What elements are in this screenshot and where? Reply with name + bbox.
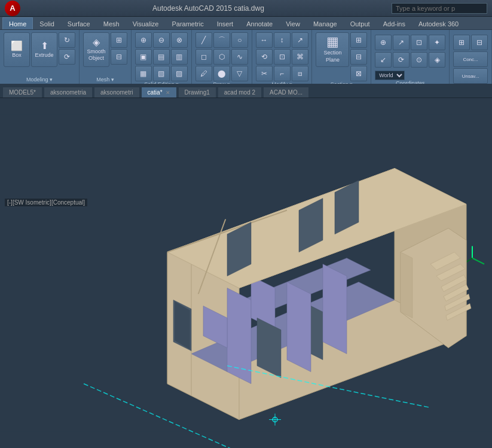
- modify-btn-3[interactable]: ↗: [292, 32, 308, 48]
- draw-btn-7[interactable]: 🖊: [195, 66, 212, 81]
- coord-icon-3: ⊡: [416, 39, 422, 46]
- view-btn-1[interactable]: ⊞: [453, 35, 470, 50]
- section-btn-1[interactable]: ⊞: [350, 32, 367, 48]
- draw-btn-6[interactable]: ∿: [231, 49, 248, 65]
- ribbon-tab-bar: Home Solid Surface Mesh Visualize Parame…: [0, 17, 492, 30]
- modify-icon-1: ↔: [261, 36, 268, 44]
- solid-editing-buttons: ⊕ ⊖ ⊗ ▣ ▤ ▥ ▦ ▧ ▨: [135, 32, 188, 81]
- draw-btn-3[interactable]: ○: [231, 32, 248, 48]
- revolve-icon: ⟳: [64, 53, 70, 60]
- draw-btn-1[interactable]: ╱: [195, 32, 212, 48]
- coord-btn-4[interactable]: ✦: [429, 35, 445, 50]
- world-dropdown[interactable]: World: [375, 71, 405, 80]
- solid-edit-icon-8: ▧: [158, 70, 164, 77]
- solid-edit-btn-4[interactable]: ▣: [135, 49, 152, 65]
- solid-edit-btn-9[interactable]: ▨: [171, 66, 188, 81]
- coord-icon-7: ⊙: [416, 56, 422, 63]
- section-plane-button[interactable]: ▦ SectionPlane: [316, 32, 349, 67]
- tab-surface[interactable]: Surface: [61, 17, 97, 29]
- doc-tab-aksonometri[interactable]: aksonometri: [94, 87, 139, 97]
- draw-btn-9[interactable]: ▽: [231, 66, 248, 81]
- draw-icon-2: ⌒: [218, 36, 225, 44]
- tab-parametric[interactable]: Parametric: [165, 17, 210, 29]
- ribbon-toolbar: ⬜ Box ⬆ Extrude ↻ ⟳ Modeling ▾ ◈ SmoothO…: [0, 30, 492, 85]
- view-btn-2[interactable]: ⊟: [471, 35, 488, 50]
- draw-btn-2[interactable]: ⌒: [213, 32, 230, 48]
- coord-btn-2[interactable]: ↗: [393, 35, 410, 50]
- doc-tab-aksonometria[interactable]: aksonometria: [44, 87, 93, 97]
- view-btn-3[interactable]: Conc...: [453, 51, 488, 67]
- modify-btn-7[interactable]: ✂: [256, 66, 273, 81]
- coord-icon-2: ↗: [398, 39, 404, 46]
- solid-edit-btn-2[interactable]: ⊖: [153, 32, 170, 48]
- modify-btn-6[interactable]: ⌘: [292, 49, 308, 65]
- section-btn-3[interactable]: ⊠: [350, 66, 367, 81]
- tab-addins[interactable]: Add-ins: [377, 17, 412, 29]
- viewport-svg: Z X Y: [0, 98, 492, 448]
- solid-edit-btn-1[interactable]: ⊕: [135, 32, 152, 48]
- draw-btn-8[interactable]: ⬤: [213, 66, 230, 81]
- modify-btn-4[interactable]: ⟲: [256, 49, 273, 65]
- revolve-button[interactable]: ⟳: [59, 49, 75, 65]
- doc-tab-model5[interactable]: MODEL5*: [2, 87, 42, 97]
- svg-marker-37: [287, 282, 311, 372]
- tab-solid[interactable]: Solid: [33, 17, 60, 29]
- solid-edit-btn-5[interactable]: ▤: [153, 49, 170, 65]
- draw-btn-5[interactable]: ⬡: [213, 49, 230, 65]
- modify-icon-2: ↕: [280, 36, 284, 44]
- doc-tab-acad-mod-2[interactable]: acad mod 2: [218, 87, 262, 97]
- solid-edit-btn-8[interactable]: ▧: [153, 66, 170, 81]
- solid-edit-btn-3[interactable]: ⊗: [171, 32, 188, 48]
- box-label: Box: [12, 52, 22, 59]
- tab-annotate[interactable]: Annotate: [240, 17, 279, 29]
- coord-btn-6[interactable]: ⟳: [393, 52, 410, 68]
- tab-home[interactable]: Home: [2, 17, 33, 29]
- tab-output[interactable]: Output: [344, 17, 377, 29]
- draw-icon-7: 🖊: [200, 70, 207, 77]
- sweep-icon: ↻: [64, 36, 70, 44]
- modify-btn-8[interactable]: ⌐: [274, 66, 291, 81]
- mesh-btn-2[interactable]: ⊟: [111, 49, 127, 65]
- draw-icon-6: ∿: [237, 53, 243, 60]
- coord-btn-5[interactable]: ↙: [375, 52, 392, 68]
- smooth-object-icon: ◈: [93, 38, 100, 47]
- doc-tab-catia[interactable]: catia* ✕: [141, 87, 177, 97]
- doc-tab-drawing1[interactable]: Drawing1: [178, 87, 216, 97]
- sweep-button[interactable]: ↻: [59, 32, 75, 48]
- modify-icon-9: ⧈: [298, 70, 302, 77]
- mesh-btn-1[interactable]: ⊞: [111, 32, 127, 48]
- modify-btn-9[interactable]: ⧈: [292, 66, 308, 81]
- ribbon-group-mesh: ◈ SmoothObject ⊞ ⊟ Mesh ▾: [80, 30, 132, 84]
- tab-autodesk360[interactable]: Autodesk 360: [412, 17, 465, 29]
- modify-btn-5[interactable]: ⊡: [274, 49, 291, 65]
- tab-insert[interactable]: Insert: [210, 17, 240, 29]
- smooth-object-button[interactable]: ◈ SmoothObject: [83, 32, 109, 67]
- ribbon-group-modeling: ⬜ Box ⬆ Extrude ↻ ⟳ Modeling ▾: [0, 30, 80, 84]
- modify-btn-2[interactable]: ↕: [274, 32, 291, 48]
- tab-visualize[interactable]: Visualize: [126, 17, 166, 29]
- coord-btn-3[interactable]: ⊡: [411, 35, 427, 50]
- coord-btn-8[interactable]: ◈: [429, 52, 445, 68]
- coord-btn-1[interactable]: ⊕: [375, 35, 392, 50]
- tab-mesh[interactable]: Mesh: [97, 17, 126, 29]
- ribbon-group-section: ▦ SectionPlane ⊞ ⊟ ⊠ Section ▾: [312, 30, 371, 84]
- search-input[interactable]: [392, 3, 487, 14]
- tab-view[interactable]: View: [279, 17, 307, 29]
- coord-btn-7[interactable]: ⊙: [411, 52, 427, 68]
- section-plane-label: SectionPlane: [323, 50, 341, 63]
- view-btn-4[interactable]: Unsav...: [453, 68, 488, 84]
- extrude-button[interactable]: ⬆ Extrude: [31, 32, 57, 67]
- draw-btn-4[interactable]: ◻: [195, 49, 212, 65]
- mesh-icon-2: ⊟: [116, 53, 122, 60]
- modify-btn-1[interactable]: ↔: [256, 32, 273, 48]
- section-btn-2[interactable]: ⊟: [350, 49, 367, 65]
- view-label: [-][SW Isometric][Conceptual]: [5, 199, 87, 206]
- mesh-group-label: Mesh ▾: [96, 77, 114, 84]
- box-button[interactable]: ⬜ Box: [4, 32, 30, 67]
- solid-edit-btn-6[interactable]: ▥: [171, 49, 188, 65]
- doc-tab-acad-mo[interactable]: ACAD MO...: [263, 87, 309, 97]
- draw-icon-8: ⬤: [218, 70, 225, 77]
- tab-manage[interactable]: Manage: [307, 17, 344, 29]
- close-catia-tab[interactable]: ✕: [166, 90, 170, 96]
- solid-edit-btn-7[interactable]: ▦: [135, 66, 152, 81]
